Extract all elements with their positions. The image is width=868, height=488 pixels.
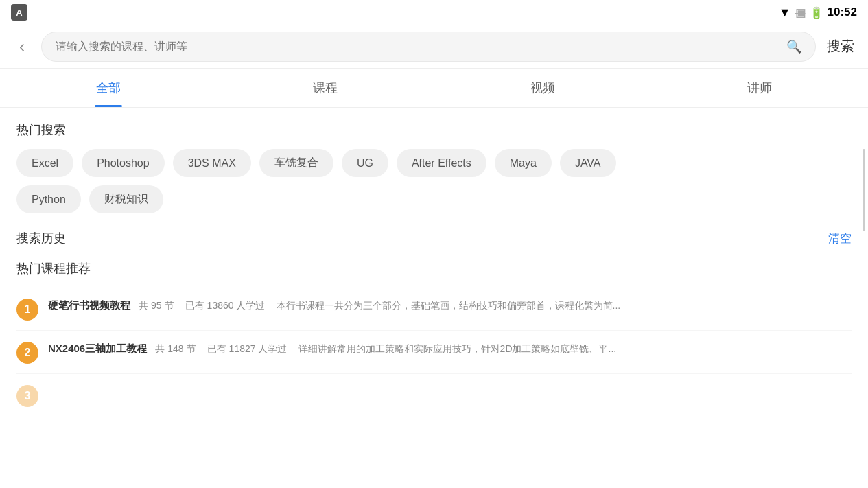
course-sections-2: 共 148 节 [155,343,196,354]
course-sections-1: 共 95 节 [139,300,174,311]
hot-search-tags-row-1: Excel Photoshop 3DS MAX 车铣复合 UG After Ef… [16,149,852,177]
back-button[interactable]: ‹ [14,34,30,59]
tag-aftereffects[interactable]: After Effects [397,149,486,177]
tab-bar: 全部 课程 视频 讲师 [0,69,868,108]
tag-maya[interactable]: Maya [495,149,552,177]
status-time: 10:52 [828,5,857,19]
course-info-1: 硬笔行书视频教程 共 95 节 已有 13860 人学过 本行书课程一共分为三个… [48,297,852,314]
tag-java[interactable]: JAVA [560,149,616,177]
course-name-1: 硬笔行书视频教程 [48,299,130,311]
tag-3dsmax[interactable]: 3DS MAX [173,149,251,177]
tag-caishui[interactable]: 财税知识 [89,185,163,213]
search-button[interactable]: 搜索 [827,37,854,56]
tag-ug[interactable]: UG [342,149,388,177]
course-name-2: NX2406三轴加工教程 [48,342,147,354]
course-desc-1: 本行书课程一共分为三个部分，基础笔画，结构技巧和偏旁部首，课程化繁为简... [277,300,621,311]
course-rank-3: 3 [16,385,38,407]
course-item-2[interactable]: 2 NX2406三轴加工教程 共 148 节 已有 11827 人学过 详细讲解… [16,331,852,374]
course-rank-2: 2 [16,342,38,364]
tag-photoshop[interactable]: Photoshop [82,149,165,177]
app-icon: A [11,4,27,21]
course-item-1[interactable]: 1 硬笔行书视频教程 共 95 节 已有 13860 人学过 本行书课程一共分为… [16,288,852,331]
scrollbar[interactable] [863,149,865,231]
header: ‹ 🔍 搜索 [0,25,868,69]
status-bar-left: A [11,4,27,21]
search-history-section: 搜索历史 清空 [16,230,852,246]
popular-courses-section: 热门课程推荐 1 硬笔行书视频教程 共 95 节 已有 13860 人学过 本行… [16,260,852,417]
clear-history-button[interactable]: 清空 [828,231,852,246]
tab-video[interactable]: 视频 [434,69,651,107]
course-info-2: NX2406三轴加工教程 共 148 节 已有 11827 人学过 详细讲解常用… [48,340,852,357]
hot-search-title: 热门搜索 [16,121,852,138]
tag-excel[interactable]: Excel [16,149,73,177]
main-content: 热门搜索 Excel Photoshop 3DS MAX 车铣复合 UG Aft… [0,108,868,488]
wifi-icon: ▼ [779,5,791,20]
tab-all[interactable]: 全部 [0,69,217,107]
course-desc-2: 详细讲解常用的加工策略和实际应用技巧，针对2D加工策略如底壁铣、平... [298,343,617,354]
course-students-1: 已有 13860 人学过 [185,300,266,311]
tag-chexifuhe[interactable]: 车铣复合 [259,149,333,177]
search-history-title: 搜索历史 [16,230,66,246]
search-bar[interactable]: 🔍 [41,32,816,62]
battery-icon: 🔋 [810,6,823,19]
signal-icon: ▣ [795,6,806,19]
status-bar: A ▼ ▣ 🔋 10:52 [0,0,868,25]
course-item-3-partial: 3 [16,374,852,417]
tab-course[interactable]: 课程 [217,69,434,107]
hot-search-section: 热门搜索 Excel Photoshop 3DS MAX 车铣复合 UG Aft… [16,121,852,213]
tag-python[interactable]: Python [16,185,81,213]
course-rank-1: 1 [16,299,38,321]
popular-courses-title: 热门课程推荐 [16,260,852,277]
status-bar-right: ▼ ▣ 🔋 10:52 [779,5,857,20]
search-icon[interactable]: 🔍 [786,39,801,54]
search-input[interactable] [56,40,779,53]
course-students-2: 已有 11827 人学过 [207,343,288,354]
hot-search-tags-row-2: Python 财税知识 [16,185,852,213]
tab-teacher[interactable]: 讲师 [651,69,868,107]
